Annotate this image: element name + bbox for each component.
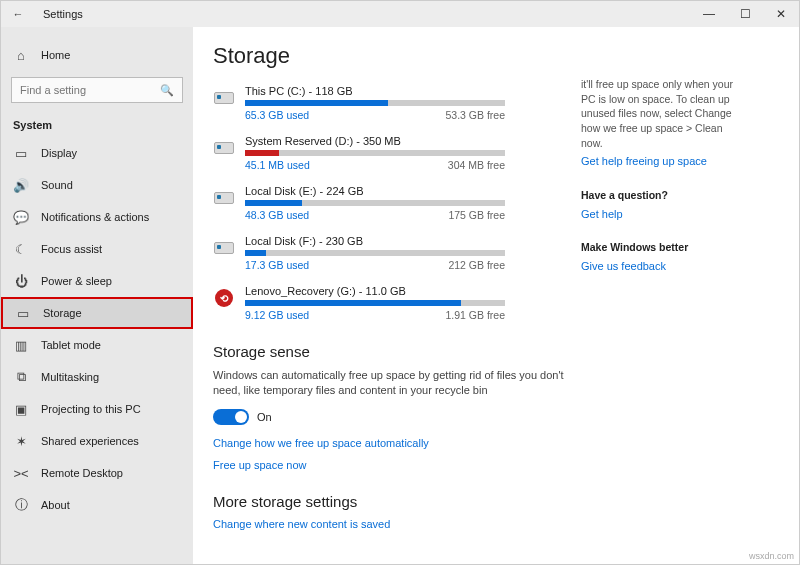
sidebar-item-label: Shared experiences [41, 435, 139, 447]
sidebar-item-icon: ⓘ [13, 496, 29, 514]
sidebar-item-power-sleep[interactable]: ⏻Power & sleep [1, 265, 193, 297]
drive-free: 212 GB free [448, 259, 505, 271]
sidebar-item-storage[interactable]: ▭Storage [1, 297, 193, 329]
drive-used: 65.3 GB used [245, 109, 309, 121]
disk-icon [214, 192, 234, 204]
sidebar-item-about[interactable]: ⓘAbout [1, 489, 193, 521]
page-title: Storage [213, 43, 573, 69]
drive-row[interactable]: Local Disk (F:) - 230 GB 17.3 GB used 21… [213, 235, 573, 271]
link-give-feedback[interactable]: Give us feedback [581, 259, 737, 274]
sidebar-item-display[interactable]: ▭Display [1, 137, 193, 169]
sidebar-item-label: Power & sleep [41, 275, 112, 287]
lenovo-icon: ⟲ [215, 289, 233, 307]
link-get-help-space[interactable]: Get help freeing up space [581, 154, 737, 169]
sidebar-section-header: System [1, 109, 193, 137]
sidebar-item-icon: ▣ [13, 402, 29, 417]
sidebar-item-icon: ▭ [13, 146, 29, 161]
more-storage-heading: More storage settings [213, 493, 573, 510]
sidebar-item-icon: ▥ [13, 338, 29, 353]
storage-sense-toggle-label: On [257, 411, 272, 423]
sidebar-item-label: Multitasking [41, 371, 99, 383]
drive-name: Local Disk (F:) - 230 GB [245, 235, 573, 247]
sidebar-item-label: Storage [43, 307, 82, 319]
watermark: wsxdn.com [749, 551, 794, 561]
main-content: Storage This PC (C:) - 118 GB 65.3 GB us… [193, 27, 573, 564]
drive-used: 48.3 GB used [245, 209, 309, 221]
drive-usage-bar [245, 250, 505, 256]
drive-free: 1.91 GB free [445, 309, 505, 321]
link-change-free-up[interactable]: Change how we free up space automaticall… [213, 437, 573, 449]
sidebar-item-label: Remote Desktop [41, 467, 123, 479]
aside-panel: it'll free up space only when your PC is… [573, 27, 753, 564]
drive-row[interactable]: ⟲ Lenovo_Recovery (G:) - 11.0 GB 9.12 GB… [213, 285, 573, 321]
disk-icon [214, 142, 234, 154]
sidebar-item-icon: 💬 [13, 210, 29, 225]
link-free-up-now[interactable]: Free up space now [213, 459, 573, 471]
aside-tip-text: it'll free up space only when your PC is… [581, 77, 737, 150]
sidebar-item-icon: ⏻ [13, 274, 29, 289]
sidebar-item-focus-assist[interactable]: ☾Focus assist [1, 233, 193, 265]
window-title: Settings [43, 8, 83, 20]
sidebar-item-label: Focus assist [41, 243, 102, 255]
drive-usage-bar [245, 200, 505, 206]
drive-used: 17.3 GB used [245, 259, 309, 271]
drive-name: Local Disk (E:) - 224 GB [245, 185, 573, 197]
sidebar-item-sound[interactable]: 🔊Sound [1, 169, 193, 201]
sidebar-item-label: Projecting to this PC [41, 403, 141, 415]
sidebar-item-multitasking[interactable]: ⧉Multitasking [1, 361, 193, 393]
sidebar-item-label: Notifications & actions [41, 211, 149, 223]
sidebar-item-icon: ⧉ [13, 369, 29, 385]
close-button[interactable]: ✕ [763, 1, 799, 27]
link-get-help[interactable]: Get help [581, 207, 737, 222]
drive-usage-bar [245, 150, 505, 156]
aside-feedback-heading: Make Windows better [581, 240, 737, 255]
sidebar-item-label: About [41, 499, 70, 511]
storage-sense-toggle[interactable] [213, 409, 249, 425]
sidebar-item-remote-desktop[interactable]: ><Remote Desktop [1, 457, 193, 489]
sidebar-item-icon: ▭ [15, 306, 31, 321]
sidebar-home-label: Home [41, 49, 70, 61]
search-placeholder: Find a setting [20, 84, 160, 96]
sidebar-item-label: Display [41, 147, 77, 159]
drive-used: 45.1 MB used [245, 159, 310, 171]
drive-free: 175 GB free [448, 209, 505, 221]
storage-sense-desc: Windows can automatically free up space … [213, 368, 573, 399]
back-button[interactable]: ← [9, 8, 27, 20]
maximize-button[interactable]: ☐ [727, 1, 763, 27]
search-icon: 🔍 [160, 84, 174, 97]
sidebar-item-icon: ☾ [13, 242, 29, 257]
storage-sense-heading: Storage sense [213, 343, 573, 360]
drive-usage-bar [245, 300, 505, 306]
drive-row[interactable]: Local Disk (E:) - 224 GB 48.3 GB used 17… [213, 185, 573, 221]
sidebar-item-label: Sound [41, 179, 73, 191]
drive-free: 53.3 GB free [445, 109, 505, 121]
sidebar: ⌂ Home Find a setting 🔍 System ▭Display🔊… [1, 27, 193, 564]
drive-row[interactable]: System Reserved (D:) - 350 MB 45.1 MB us… [213, 135, 573, 171]
drive-name: This PC (C:) - 118 GB [245, 85, 573, 97]
sidebar-item-icon: >< [13, 466, 29, 481]
sidebar-item-shared-experiences[interactable]: ✶Shared experiences [1, 425, 193, 457]
link-change-save-location[interactable]: Change where new content is saved [213, 518, 573, 530]
disk-icon [214, 92, 234, 104]
sidebar-item-projecting-to-this-pc[interactable]: ▣Projecting to this PC [1, 393, 193, 425]
drive-usage-bar [245, 100, 505, 106]
sidebar-item-label: Tablet mode [41, 339, 101, 351]
sidebar-item-notifications-actions[interactable]: 💬Notifications & actions [1, 201, 193, 233]
drive-row[interactable]: This PC (C:) - 118 GB 65.3 GB used 53.3 … [213, 85, 573, 121]
aside-question-heading: Have a question? [581, 188, 737, 203]
drive-free: 304 MB free [448, 159, 505, 171]
home-icon: ⌂ [13, 48, 29, 63]
disk-icon [214, 242, 234, 254]
sidebar-item-icon: 🔊 [13, 178, 29, 193]
sidebar-item-tablet-mode[interactable]: ▥Tablet mode [1, 329, 193, 361]
drive-used: 9.12 GB used [245, 309, 309, 321]
sidebar-home[interactable]: ⌂ Home [1, 39, 193, 71]
titlebar: ← Settings — ☐ ✕ [1, 1, 799, 27]
minimize-button[interactable]: — [691, 1, 727, 27]
drive-name: System Reserved (D:) - 350 MB [245, 135, 573, 147]
drive-name: Lenovo_Recovery (G:) - 11.0 GB [245, 285, 573, 297]
sidebar-item-icon: ✶ [13, 434, 29, 449]
search-input[interactable]: Find a setting 🔍 [11, 77, 183, 103]
